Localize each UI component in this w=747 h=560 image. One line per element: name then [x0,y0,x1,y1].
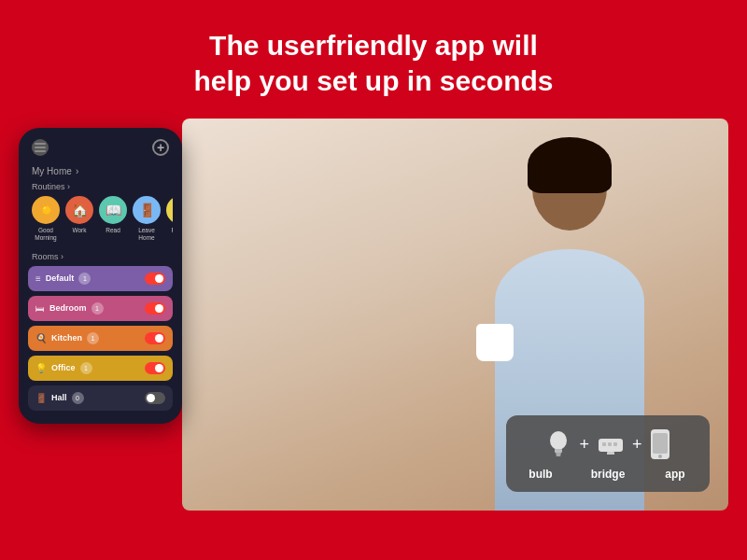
room-default[interactable]: ≡ Default 1 [28,266,173,291]
svg-rect-6 [557,455,561,456]
room-bedroom-badge: 1 [92,302,104,315]
room-kitchen-badge: 1 [87,332,99,344]
routine-label-leave: LeaveHome [138,227,155,242]
app-icon [650,428,670,460]
room-hall[interactable]: 🚪 Hall 0 [28,385,173,411]
headline: The userfriendly app will help you set u… [193,28,553,98]
svg-rect-5 [556,453,561,455]
room-hall-badge: 0 [72,392,84,404]
outer-container: The userfriendly app will help you set u… [0,0,747,560]
room-office-icon: 💡 [35,363,47,373]
app-label: app [657,468,693,481]
rooms-section-label: Rooms › [28,249,173,266]
bulb-label: bulb [523,468,558,481]
routines-row: ☀️ GoodMorning 🏠 Work 📖 Read [28,196,173,249]
bridge-label: bridge [590,468,626,481]
svg-rect-11 [607,452,614,455]
svg-point-14 [658,455,662,458]
room-kitchen-name: Kitchen [51,333,82,343]
info-icons-row: + + [545,428,669,460]
home-title-arrow: › [76,166,78,176]
toggle-knob [155,334,163,343]
room-default-name: Default [46,273,75,283]
room-hall-name: Hall [51,393,67,402]
svg-point-3 [550,431,567,450]
room-office-toggle[interactable] [145,362,165,374]
svg-rect-9 [608,442,612,446]
menu-icon[interactable] [32,139,49,156]
room-default-badge: 1 [78,273,91,285]
bridge-icon-group [597,434,625,455]
bridge-icon [597,434,625,455]
room-kitchen[interactable]: 🍳 Kitchen 1 [28,326,173,351]
routine-good-morning[interactable]: ☀️ GoodMorning [32,196,60,242]
info-labels-row: bulb bridge app [523,468,693,481]
room-office-info: 💡 Office 1 [35,362,92,374]
plus-icon-2: + [632,435,642,455]
toggle-knob [147,394,155,402]
home-title-text: My Home [32,166,72,176]
svg-rect-2 [35,150,46,152]
app-icon-group [650,428,670,460]
room-kitchen-toggle[interactable] [145,332,165,344]
svg-rect-4 [555,449,562,453]
phone-home-title: My Home › [28,161,173,179]
routine-family-time[interactable]: ⭐ FamilyTime [166,196,173,242]
toggle-knob [155,364,163,372]
routine-circle-read: 📖 [99,196,127,224]
routine-label-work: Work [72,227,86,234]
room-bedroom-icon: 🛏 [35,303,45,314]
svg-rect-1 [35,147,46,148]
room-default-info: ≡ Default 1 [35,273,91,285]
photo-section: + + [182,119,728,511]
headline-line1: The userfriendly app will [209,30,538,61]
info-box: + + [506,415,710,492]
routine-read[interactable]: 📖 Read [99,196,127,242]
content-row: + My Home › Routines › ☀️ GoodMorning [19,119,728,511]
room-office-name: Office [51,363,76,372]
svg-rect-10 [613,442,617,446]
routine-circle-family: ⭐ [166,196,173,224]
room-hall-toggle[interactable] [145,392,165,404]
headline-line2: help you set up in seconds [193,65,553,96]
room-hall-icon: 🚪 [35,393,47,403]
room-bedroom-info: 🛏 Bedroom 1 [35,302,104,315]
phone-status-bar: + [28,137,173,161]
routine-circle-work: 🏠 [65,196,93,224]
routine-label-family: FamilyTime [171,227,173,242]
bulb-icon-group [545,428,571,460]
routine-leave-home[interactable]: 🚪 LeaveHome [133,196,161,242]
routine-circle-morning: ☀️ [32,196,60,224]
phone-frame: + My Home › Routines › ☀️ GoodMorning [19,128,182,424]
plus-icon-1: + [579,435,589,455]
svg-rect-8 [602,442,606,446]
routines-section-label: Routines › [28,179,173,196]
room-kitchen-info: 🍳 Kitchen 1 [35,332,99,344]
room-bedroom[interactable]: 🛏 Bedroom 1 [28,296,173,321]
room-bedroom-name: Bedroom [49,303,87,313]
toggle-knob [155,274,163,283]
phone-wrapper: + My Home › Routines › ☀️ GoodMorning [19,128,182,424]
add-button[interactable]: + [152,139,169,156]
routine-label-read: Read [106,227,120,234]
routine-circle-leave: 🚪 [133,196,161,224]
svg-rect-13 [653,433,668,454]
svg-rect-0 [35,143,46,145]
room-office[interactable]: 💡 Office 1 [28,356,173,381]
room-office-badge: 1 [80,362,92,374]
toggle-knob [155,304,163,313]
routine-label-morning: GoodMorning [35,227,56,242]
room-hall-info: 🚪 Hall 0 [35,392,84,404]
room-kitchen-icon: 🍳 [35,333,47,343]
routine-work[interactable]: 🏠 Work [65,196,93,242]
bulb-icon [545,428,571,460]
room-default-toggle[interactable] [145,273,165,285]
room-default-icon: ≡ [35,273,41,284]
room-bedroom-toggle[interactable] [145,302,165,315]
